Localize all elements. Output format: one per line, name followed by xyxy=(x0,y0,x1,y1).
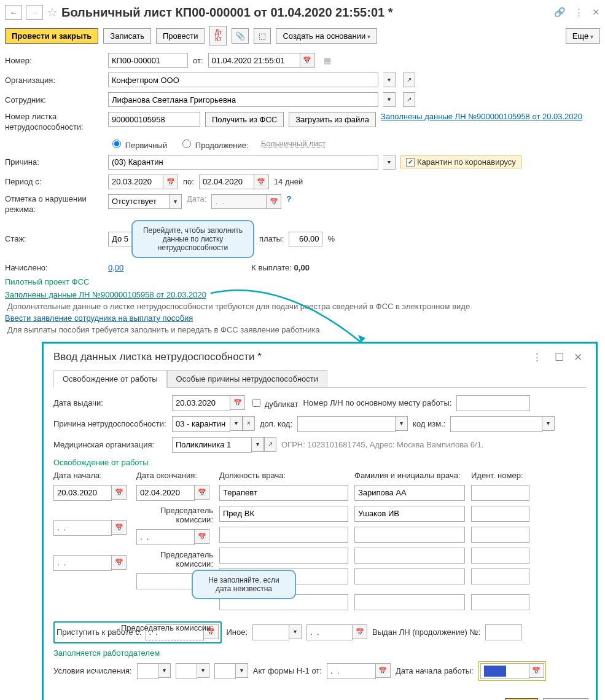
pay-pct-input[interactable] xyxy=(289,232,322,246)
comm-pos-2[interactable] xyxy=(219,548,348,564)
dtkt-icon[interactable]: ДтКт xyxy=(209,26,227,45)
dreason-dropdown[interactable]: ▾ xyxy=(230,416,243,431)
calendar-icon[interactable]: 📅 xyxy=(376,663,391,678)
add-code-input[interactable] xyxy=(297,416,396,432)
calendar-icon[interactable]: 📅 xyxy=(195,485,209,500)
med-org-dropdown[interactable]: ▾ xyxy=(252,437,264,452)
reason-input[interactable] xyxy=(108,155,378,170)
ident-c1[interactable] xyxy=(471,506,529,522)
primary-radio[interactable]: Первичный xyxy=(109,138,167,150)
dialog-close-icon[interactable]: ✕ xyxy=(574,351,582,364)
comm-name-3[interactable] xyxy=(354,594,465,610)
calendar-icon[interactable]: 📅 xyxy=(254,175,269,189)
tab-work-release[interactable]: Освобождение от работы xyxy=(53,370,167,388)
ident-c3[interactable] xyxy=(471,594,529,610)
link-icon[interactable]: 🔗 xyxy=(554,7,566,18)
act-h1-input[interactable] xyxy=(327,663,376,679)
comm-pos-1[interactable] xyxy=(219,506,348,522)
tab-special-reasons[interactable]: Особые причины нетрудоспособности xyxy=(167,370,327,387)
org-open-icon[interactable]: ↗ xyxy=(403,73,415,87)
start-date-3[interactable] xyxy=(53,555,112,571)
employee-open-icon[interactable]: ↗ xyxy=(403,92,415,107)
calendar-icon[interactable]: 📅 xyxy=(195,529,209,544)
ln-main-input[interactable] xyxy=(456,395,530,411)
calendar-icon[interactable]: 📅 xyxy=(267,194,281,209)
calc-cond-2[interactable] xyxy=(176,663,197,679)
seniority-input[interactable] xyxy=(108,232,133,246)
help-icon[interactable]: ? xyxy=(286,194,291,203)
calendar-icon[interactable]: 📅 xyxy=(112,520,127,535)
issue-date-input[interactable] xyxy=(172,395,230,411)
end-date-1[interactable] xyxy=(136,485,195,501)
issued-ln-input[interactable] xyxy=(485,624,522,640)
work-start-input[interactable] xyxy=(480,663,529,679)
employee-dropdown[interactable]: ▾ xyxy=(383,92,396,107)
accrued-link[interactable]: 0,00 xyxy=(108,263,123,272)
cc2-dd[interactable]: ▾ xyxy=(197,663,209,678)
get-fss-button[interactable]: Получить из ФСС xyxy=(205,112,284,127)
doctor-name-2[interactable] xyxy=(354,527,465,543)
save-button[interactable]: Записать xyxy=(103,28,151,44)
calendar-icon[interactable]: 📅 xyxy=(353,624,367,639)
doctor-pos-1[interactable] xyxy=(219,485,348,501)
dialog-maximize-icon[interactable]: ☐ xyxy=(555,351,564,364)
start-date-1[interactable] xyxy=(53,485,112,501)
calc-cond-3[interactable] xyxy=(214,663,236,679)
number-input[interactable] xyxy=(108,53,188,68)
end-date-2[interactable] xyxy=(136,529,195,545)
org-dropdown[interactable]: ▾ xyxy=(383,73,396,87)
calendar-icon[interactable]: 📅 xyxy=(112,485,127,500)
calendar-icon[interactable]: 📅 xyxy=(230,395,245,410)
comm-name-2[interactable] xyxy=(354,548,465,564)
med-org-input[interactable] xyxy=(172,437,252,453)
forward-button[interactable]: → xyxy=(26,5,43,20)
date-input[interactable] xyxy=(208,53,300,68)
cc1-dd[interactable]: ▾ xyxy=(158,663,171,678)
load-file-button[interactable]: Загрузить из файла xyxy=(289,112,376,127)
post-close-button[interactable]: Провести и закрыть xyxy=(5,28,98,44)
ident-1[interactable] xyxy=(471,485,529,501)
comm-name-1[interactable] xyxy=(354,506,465,522)
org-input[interactable] xyxy=(108,73,378,87)
enter-application-link[interactable]: Ввести заявление сотрудника на выплату п… xyxy=(5,313,193,323)
doctor-name-3[interactable] xyxy=(354,568,465,584)
post-button[interactable]: Провести xyxy=(156,28,205,44)
ident-2[interactable] xyxy=(471,527,529,543)
create-based-button[interactable]: Создать на основании xyxy=(276,28,377,44)
calendar-icon[interactable]: 📅 xyxy=(529,663,544,678)
med-org-open[interactable]: ↗ xyxy=(264,437,276,452)
reason-dropdown[interactable]: ▾ xyxy=(383,155,396,170)
change-code-dropdown[interactable]: ▾ xyxy=(542,416,555,431)
period-from-input[interactable] xyxy=(108,175,163,189)
calc-cond-1[interactable] xyxy=(137,663,158,679)
filled-data-link[interactable]: Заполнены данные ЛН №900000105958 от 20.… xyxy=(5,290,206,299)
close-icon[interactable]: ✕ xyxy=(592,7,600,18)
employee-input[interactable] xyxy=(108,92,378,107)
attach-icon[interactable]: 📎 xyxy=(232,28,249,44)
continuation-link[interactable]: Больничный лист xyxy=(261,139,326,148)
calendar-icon[interactable]: 📅 xyxy=(300,53,315,68)
change-code-input[interactable] xyxy=(450,416,542,432)
dreason-clear[interactable]: × xyxy=(243,416,255,431)
dialog-kebab-icon[interactable]: ⋮ xyxy=(532,351,542,364)
cc3-dd[interactable]: ▾ xyxy=(236,663,248,678)
violation-input[interactable] xyxy=(108,194,170,209)
other-date-input[interactable] xyxy=(306,624,353,640)
violation-dropdown[interactable]: ▾ xyxy=(170,194,182,209)
ok-button[interactable]: OK xyxy=(505,698,538,700)
kebab-icon[interactable]: ⋮ xyxy=(574,7,584,18)
ident-3[interactable] xyxy=(471,568,529,584)
doctor-name-1[interactable] xyxy=(354,485,465,501)
other-input[interactable] xyxy=(252,624,289,640)
filled-data-link-top[interactable]: Заполнены данные ЛН №900000105958 от 20.… xyxy=(381,112,582,121)
more-button[interactable]: Еще xyxy=(566,28,600,44)
covid-checkbox[interactable]: ✓ xyxy=(406,158,415,167)
calendar-icon[interactable]: 📅 xyxy=(112,555,127,570)
end-date-3[interactable] xyxy=(136,573,195,589)
page-icon[interactable]: ▦ xyxy=(324,56,331,65)
start-date-2[interactable] xyxy=(53,520,112,536)
star-icon[interactable]: ☆ xyxy=(47,5,58,20)
duplicate-checkbox[interactable]: дубликат xyxy=(250,397,298,409)
dreason-input[interactable] xyxy=(172,416,230,432)
doctor-pos-2[interactable] xyxy=(219,527,348,543)
